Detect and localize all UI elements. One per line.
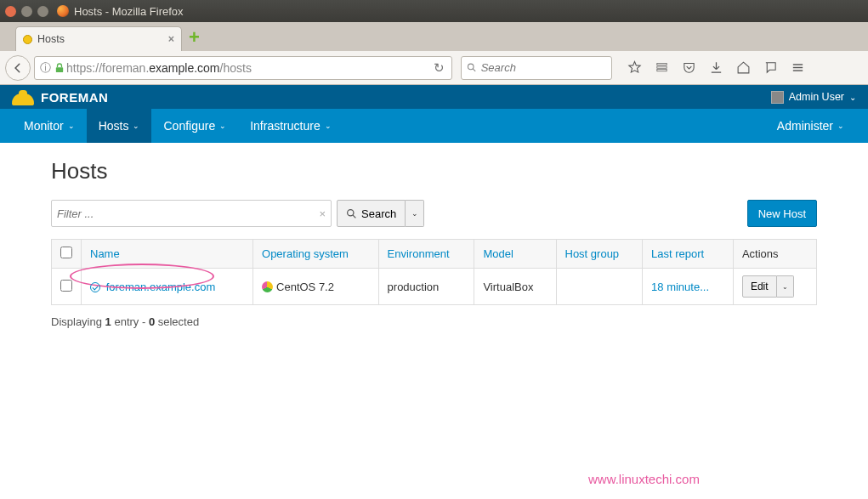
favicon-icon bbox=[23, 35, 32, 44]
cell-model: VirtualBox bbox=[474, 269, 556, 305]
brand-bar: FOREMAN Admin User ⌄ bbox=[0, 85, 868, 109]
reload-icon[interactable]: ↻ bbox=[434, 60, 445, 76]
info-icon[interactable]: ⓘ bbox=[40, 60, 51, 76]
window-titlebar: Hosts - Mozilla Firefox bbox=[0, 0, 868, 22]
page-content: Hosts × Search ⌄ New Host Name Operating… bbox=[0, 143, 868, 345]
results-summary: Displaying 1 entry - 0 selected bbox=[51, 315, 817, 328]
cell-env: production bbox=[378, 269, 474, 305]
home-icon[interactable] bbox=[731, 56, 755, 80]
cell-os: CentOS 7.2 bbox=[253, 269, 379, 305]
os-icon bbox=[262, 281, 273, 292]
url-text: https://foreman.example.com/hosts bbox=[66, 61, 430, 75]
new-tab-button[interactable]: + bbox=[189, 26, 200, 48]
cell-actions: Edit ⌄ bbox=[733, 269, 816, 305]
edit-dropdown-button[interactable]: ⌄ bbox=[777, 275, 794, 298]
filter-box[interactable]: × bbox=[51, 200, 332, 227]
nav-configure[interactable]: Configure⌄ bbox=[151, 109, 238, 143]
search-input[interactable] bbox=[481, 61, 606, 74]
chevron-down-icon: ⌄ bbox=[411, 209, 418, 218]
search-button[interactable]: Search bbox=[337, 200, 406, 227]
url-host: example.com bbox=[149, 61, 219, 75]
chevron-down-icon: ⌄ bbox=[782, 283, 788, 291]
url-scheme: https:// bbox=[66, 61, 102, 75]
host-link[interactable]: foreman.example.com bbox=[106, 281, 216, 293]
url-bar[interactable]: ⓘ https://foreman.example.com/hosts ↻ bbox=[34, 56, 452, 80]
col-name[interactable]: Name bbox=[90, 247, 120, 260]
cell-hostgroup bbox=[556, 269, 643, 305]
chevron-down-icon: ⌄ bbox=[133, 122, 139, 130]
url-path: /hosts bbox=[220, 61, 252, 75]
svg-point-1 bbox=[468, 64, 474, 70]
window-controls bbox=[5, 6, 48, 17]
nav-infrastructure[interactable]: Infrastructure⌄ bbox=[238, 109, 343, 143]
arrow-left-icon bbox=[12, 62, 24, 74]
cell-name: foreman.example.com bbox=[82, 269, 253, 305]
user-menu[interactable]: Admin User ⌄ bbox=[771, 91, 856, 104]
hosts-table: Name Operating system Environment Model … bbox=[51, 239, 817, 305]
bookmark-star-icon[interactable] bbox=[622, 56, 646, 80]
downloads-icon[interactable] bbox=[704, 56, 728, 80]
window-title: Hosts - Mozilla Firefox bbox=[74, 5, 184, 18]
nav-hosts[interactable]: Hosts⌄ bbox=[87, 109, 152, 143]
library-icon[interactable] bbox=[650, 56, 673, 80]
main-nav: Monitor⌄ Hosts⌄ Configure⌄ Infrastructur… bbox=[0, 109, 868, 143]
tab-title: Hosts bbox=[37, 33, 168, 45]
row-checkbox[interactable] bbox=[60, 280, 72, 292]
filter-toolbar: × Search ⌄ New Host bbox=[51, 200, 817, 227]
clear-filter-icon[interactable]: × bbox=[319, 207, 326, 220]
lock-icon bbox=[55, 63, 64, 73]
table-header-row: Name Operating system Environment Model … bbox=[52, 240, 817, 269]
nav-monitor[interactable]: Monitor⌄ bbox=[12, 109, 87, 143]
col-lastreport[interactable]: Last report bbox=[651, 247, 704, 260]
user-name: Admin User bbox=[789, 91, 844, 103]
url-prefix: foreman. bbox=[102, 61, 149, 75]
svg-rect-3 bbox=[656, 64, 666, 65]
table-row: foreman.example.com CentOS 7.2 productio… bbox=[52, 269, 817, 305]
edit-button[interactable]: Edit bbox=[742, 275, 777, 298]
toolbar-icons bbox=[622, 56, 809, 80]
window-minimize-button[interactable] bbox=[21, 6, 32, 17]
select-all-checkbox[interactable] bbox=[60, 247, 72, 258]
search-button-group: Search ⌄ bbox=[337, 200, 424, 227]
col-os[interactable]: Operating system bbox=[262, 247, 349, 260]
col-env[interactable]: Environment bbox=[388, 247, 450, 260]
chevron-down-icon: ⌄ bbox=[219, 122, 226, 130]
page-title: Hosts bbox=[51, 158, 817, 184]
status-ok-icon bbox=[90, 282, 100, 292]
search-icon bbox=[467, 62, 477, 73]
firefox-icon bbox=[57, 5, 69, 17]
browser-toolbar: ⓘ https://foreman.example.com/hosts ↻ bbox=[0, 51, 868, 85]
brand-name[interactable]: FOREMAN bbox=[41, 90, 108, 105]
back-button[interactable] bbox=[5, 55, 31, 81]
svg-rect-4 bbox=[656, 66, 666, 68]
col-model[interactable]: Model bbox=[483, 247, 513, 260]
svg-line-2 bbox=[473, 69, 475, 71]
menu-icon[interactable] bbox=[786, 56, 809, 80]
browser-tab[interactable]: Hosts × bbox=[15, 26, 182, 51]
pocket-icon[interactable] bbox=[677, 56, 701, 80]
col-actions: Actions bbox=[742, 247, 779, 260]
edit-button-group: Edit ⌄ bbox=[742, 275, 808, 298]
foreman-logo-icon bbox=[12, 88, 34, 105]
tab-strip: Hosts × + bbox=[0, 22, 868, 51]
chevron-down-icon: ⌄ bbox=[68, 122, 75, 130]
filter-input[interactable] bbox=[57, 207, 319, 220]
chat-icon[interactable] bbox=[758, 56, 782, 80]
svg-line-10 bbox=[353, 215, 355, 218]
svg-rect-0 bbox=[56, 67, 63, 72]
nav-administer[interactable]: Administer⌄ bbox=[765, 109, 856, 143]
search-dropdown-button[interactable]: ⌄ bbox=[406, 200, 424, 227]
col-hostgroup[interactable]: Host group bbox=[565, 247, 620, 260]
svg-point-9 bbox=[348, 209, 354, 215]
chevron-down-icon: ⌄ bbox=[325, 122, 332, 130]
window-maximize-button[interactable] bbox=[37, 6, 48, 17]
avatar-icon bbox=[771, 91, 784, 104]
cell-lastreport: 18 minute... bbox=[643, 269, 734, 305]
search-bar[interactable] bbox=[461, 56, 612, 80]
svg-rect-5 bbox=[656, 70, 666, 71]
chevron-down-icon: ⌄ bbox=[849, 93, 856, 102]
new-host-button[interactable]: New Host bbox=[747, 200, 817, 227]
window-close-button[interactable] bbox=[5, 6, 16, 17]
last-report-link[interactable]: 18 minute... bbox=[651, 281, 709, 293]
close-tab-icon[interactable]: × bbox=[168, 33, 174, 45]
